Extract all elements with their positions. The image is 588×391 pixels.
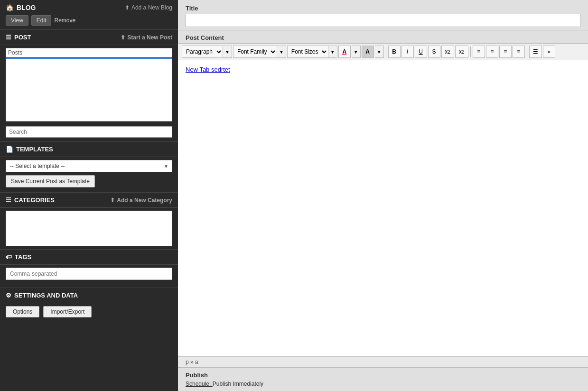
more-button[interactable]: »	[543, 46, 555, 58]
add-new-blog-link[interactable]: ⬆ Add a New Blog	[125, 4, 172, 11]
settings-section: ⚙ SETTINGS AND DATA Options Import/Expor…	[0, 288, 178, 325]
align-center-button[interactable]: ≡	[486, 46, 498, 58]
post-content-label: Post Content	[178, 30, 588, 44]
search-input[interactable]	[6, 126, 172, 138]
tags-section-header: 🏷 TAGS	[0, 250, 178, 265]
add-category-icon: ⬆	[110, 197, 115, 204]
import-export-button[interactable]: Import/Export	[43, 306, 92, 317]
editor-content: New Tab sedrtet	[186, 66, 580, 73]
start-new-post-label: Start a New Post	[127, 34, 172, 41]
editor-link[interactable]: New Tab sedrtet	[186, 66, 230, 73]
schedule-link[interactable]: Schedule:	[186, 381, 213, 387]
categories-icon: ☰	[6, 196, 11, 204]
tags-section: 🏷 TAGS	[0, 250, 178, 288]
templates-section-header: 📄 TEMPLATES	[0, 142, 178, 157]
font-family-dropdown: Font Family ▼	[233, 46, 286, 58]
align-right-button[interactable]: ≡	[499, 46, 512, 58]
templates-title-text: TEMPLATES	[16, 146, 53, 153]
start-new-post-link[interactable]: ⬆ Start a New Post	[121, 34, 172, 41]
status-text: p » a	[186, 359, 198, 365]
editor-toolbar: Paragraph ▼ Font Family ▼ Font Sizes ▼ A	[178, 44, 588, 60]
posts-list[interactable]: Posts	[6, 48, 172, 121]
blog-title-text: BLOG	[17, 4, 36, 11]
posts-label: Posts	[6, 48, 172, 57]
schedule-text: Schedule:	[186, 381, 211, 387]
bg-color-arrow[interactable]: ▼	[375, 46, 384, 58]
templates-icon: 📄	[6, 146, 13, 153]
title-input[interactable]	[186, 14, 580, 27]
add-new-category-link[interactable]: ⬆ Add a New Category	[110, 197, 172, 204]
title-section: Title	[178, 0, 588, 30]
separator-2	[470, 47, 471, 57]
settings-buttons: Options Import/Export	[6, 306, 172, 317]
font-family-arrow[interactable]: ▼	[277, 46, 286, 58]
status-bar: p » a	[178, 356, 588, 367]
tags-section-title: 🏷 TAGS	[6, 253, 31, 261]
tags-input[interactable]	[6, 268, 172, 280]
categories-section-title: ☰ CATEGORIES	[6, 196, 55, 204]
sidebar: 🏠 BLOG ⬆ Add a New Blog View Edit Remove…	[0, 0, 178, 391]
view-button[interactable]: View	[6, 15, 28, 26]
post-list-item[interactable]	[6, 57, 172, 59]
blog-section: 🏠 BLOG ⬆ Add a New Blog View Edit Remove	[0, 0, 178, 30]
publish-label: Publish	[186, 372, 580, 379]
paragraph-dropdown: Paragraph ▼	[182, 46, 232, 58]
add-new-category-label: Add a New Category	[117, 197, 172, 204]
font-sizes-select[interactable]: Font Sizes	[287, 46, 328, 58]
remove-button[interactable]: Remove	[54, 17, 75, 24]
align-left-button[interactable]: ≡	[473, 46, 485, 58]
tags-icon: 🏷	[6, 253, 12, 261]
categories-title-text: CATEGORIES	[14, 196, 55, 204]
main-content: Title Post Content Paragraph ▼ Font Fami…	[178, 0, 588, 391]
italic-button[interactable]: I	[401, 46, 414, 58]
font-color-arrow[interactable]: ▼	[352, 46, 361, 58]
list-button[interactable]: ☰	[529, 46, 542, 58]
separator-3	[527, 47, 527, 57]
blog-icon: 🏠	[6, 4, 14, 11]
bg-color-button[interactable]: A	[362, 46, 374, 58]
settings-title-text: SETTINGS AND DATA	[14, 292, 78, 299]
add-new-blog-label: Add a New Blog	[131, 4, 172, 11]
settings-section-header: ⚙ SETTINGS AND DATA	[0, 288, 178, 303]
post-section-header: ☰ POST ⬆ Start a New Post	[0, 30, 178, 45]
categories-section-header: ☰ CATEGORIES ⬆ Add a New Category	[0, 193, 178, 208]
title-label: Title	[186, 5, 580, 12]
font-color-button[interactable]: A	[338, 46, 351, 58]
post-title-text: POST	[14, 34, 31, 41]
strikethrough-button[interactable]: S	[428, 46, 440, 58]
font-sizes-arrow[interactable]: ▼	[328, 46, 337, 58]
categories-list[interactable]	[6, 211, 172, 246]
superscript-button[interactable]: x2	[455, 46, 468, 58]
editor-area[interactable]: New Tab sedrtet	[178, 60, 588, 356]
template-select[interactable]: -- Select a template --	[6, 160, 172, 172]
subscript-icon: 2	[448, 49, 451, 55]
separator-1	[386, 47, 386, 57]
subscript-button[interactable]: x2	[441, 46, 455, 58]
paragraph-arrow[interactable]: ▼	[223, 46, 232, 58]
post-section: ☰ POST ⬆ Start a New Post Posts	[0, 30, 178, 142]
superscript-icon: 2	[462, 49, 465, 55]
edit-button[interactable]: Edit	[31, 15, 52, 26]
upload-icon: ⬆	[125, 4, 130, 11]
post-icon: ☰	[6, 34, 11, 41]
underline-button[interactable]: U	[415, 46, 427, 58]
paragraph-select[interactable]: Paragraph	[182, 46, 223, 58]
templates-section: 📄 TEMPLATES -- Select a template -- Save…	[0, 142, 178, 193]
bold-button[interactable]: B	[388, 46, 401, 58]
schedule-value: Publish Immediately	[213, 381, 263, 387]
post-section-title: ☰ POST	[6, 34, 31, 41]
categories-section: ☰ CATEGORIES ⬆ Add a New Category	[0, 193, 178, 250]
post-content-section: Post Content Paragraph ▼ Font Family ▼ F	[178, 30, 588, 367]
template-select-wrapper: -- Select a template --	[6, 160, 172, 172]
font-family-select[interactable]: Font Family	[233, 46, 277, 58]
blog-header: 🏠 BLOG ⬆ Add a New Blog	[6, 4, 172, 11]
publish-schedule: Schedule: Publish Immediately	[186, 381, 580, 387]
save-template-button[interactable]: Save Current Post as Template	[6, 175, 95, 187]
align-justify-button[interactable]: ≡	[513, 46, 525, 58]
settings-section-title: ⚙ SETTINGS AND DATA	[6, 292, 78, 299]
settings-icon: ⚙	[6, 292, 11, 299]
start-post-icon: ⬆	[121, 34, 125, 41]
options-button[interactable]: Options	[6, 306, 39, 317]
templates-section-title: 📄 TEMPLATES	[6, 146, 53, 153]
font-sizes-dropdown: Font Sizes ▼	[287, 46, 337, 58]
